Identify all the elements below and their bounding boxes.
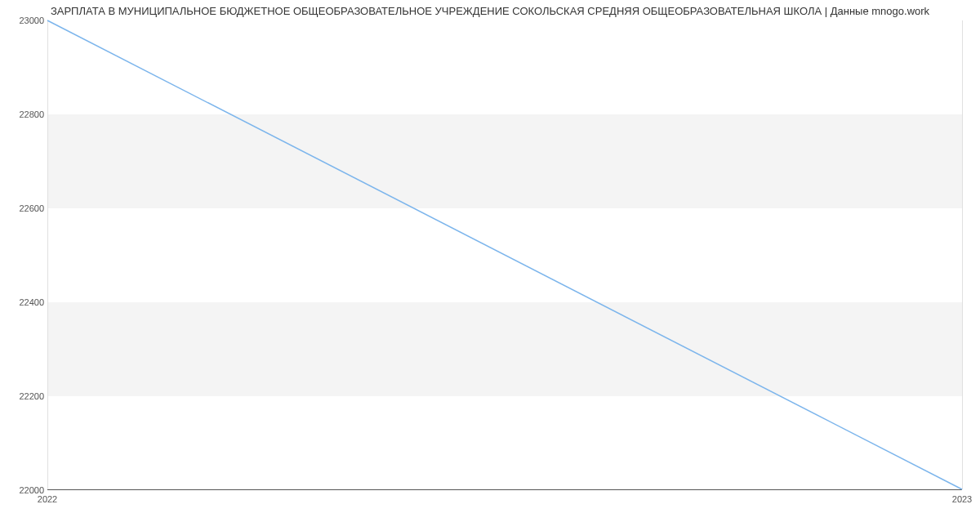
chart-title: ЗАРПЛАТА В МУНИЦИПАЛЬНОЕ БЮДЖЕТНОЕ ОБЩЕО… [0, 5, 980, 17]
plot-area [47, 20, 962, 490]
y-tick-label: 23000 [19, 16, 44, 25]
y-tick-label: 22800 [19, 109, 44, 119]
y-tick-label: 22200 [19, 391, 44, 401]
grid-line-x [962, 20, 963, 489]
x-tick-label: 2022 [38, 494, 57, 504]
y-tick-label: 22600 [19, 203, 44, 213]
salary-chart: ЗАРПЛАТА В МУНИЦИПАЛЬНОЕ БЮДЖЕТНОЕ ОБЩЕО… [0, 0, 980, 511]
x-tick-label: 2023 [952, 494, 972, 504]
data-line [47, 20, 962, 489]
y-tick-label: 22400 [19, 297, 44, 307]
chart-svg [47, 20, 962, 489]
